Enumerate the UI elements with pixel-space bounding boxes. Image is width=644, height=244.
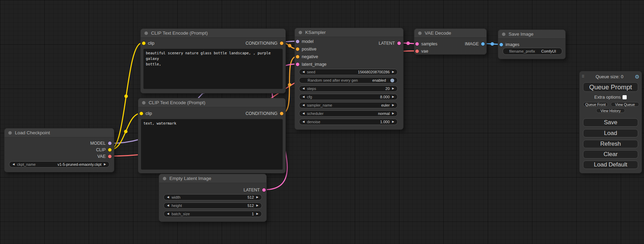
node-clip-text-encode-negative[interactable]: CLIP Text Encode (Prompt) clip CONDITION… xyxy=(138,98,286,173)
decrement-arrow-icon[interactable]: ◀ xyxy=(167,196,169,199)
decrement-arrow-icon[interactable]: ◀ xyxy=(302,112,305,115)
node-title-bar[interactable]: VAE Decode xyxy=(414,29,486,38)
model-input-dot[interactable] xyxy=(296,40,299,43)
decrement-arrow-icon[interactable]: ◀ xyxy=(302,120,305,123)
refresh-button[interactable]: Refresh xyxy=(583,140,638,148)
queue-front-button[interactable]: Queue Front xyxy=(583,102,608,107)
vae-input-dot[interactable] xyxy=(415,49,419,53)
clear-button[interactable]: Clear xyxy=(583,150,638,159)
node-title: VAE Decode xyxy=(425,30,451,36)
node-title-bar[interactable]: Save Image xyxy=(498,30,565,39)
load-button[interactable]: Load xyxy=(583,129,638,137)
decrement-arrow-icon[interactable]: ◀ xyxy=(302,71,305,73)
cfg-widget[interactable]: ◀ cfg 8.000 ▶ xyxy=(299,94,398,100)
node-clip-text-encode-positive[interactable]: CLIP Text Encode (Prompt) clip CONDITION… xyxy=(140,28,286,93)
increment-arrow-icon[interactable]: ▶ xyxy=(392,71,394,73)
gear-icon[interactable]: ⚙ xyxy=(635,74,639,79)
increment-arrow-icon[interactable]: ▶ xyxy=(256,196,258,199)
input-label-positive: positive xyxy=(302,47,316,52)
latent-image-input-dot[interactable] xyxy=(296,63,299,66)
widget-value: normal xyxy=(378,111,390,116)
node-ksampler[interactable]: KSampler model positive negative latent_… xyxy=(294,28,404,130)
view-history-button[interactable]: View History xyxy=(596,108,625,113)
image-output-dot[interactable] xyxy=(481,42,485,46)
node-title-bar[interactable]: CLIP Text Encode (Prompt) xyxy=(141,29,285,38)
node-title-bar[interactable]: CLIP Text Encode (Prompt) xyxy=(138,98,285,107)
node-canvas[interactable]: Load Checkpoint MODEL CLIP VAE ◀ ckpt_na… xyxy=(0,0,644,244)
collapse-dot-icon[interactable] xyxy=(142,101,145,105)
decrement-arrow-icon[interactable]: ◀ xyxy=(167,204,169,207)
collapse-dot-icon[interactable] xyxy=(144,31,148,35)
node-empty-latent-image[interactable]: Empty Latent Image LATENT ◀ width 512 ▶ … xyxy=(159,174,267,222)
widget-label: batch_size xyxy=(171,212,190,216)
widget-value: 512 xyxy=(247,204,254,208)
increment-arrow-icon[interactable]: ▶ xyxy=(256,204,258,207)
node-save-image[interactable]: Save Image images filename_prefix ComfyU… xyxy=(498,29,566,59)
images-input-dot[interactable] xyxy=(500,43,503,46)
negative-prompt-textarea[interactable]: text, watermark xyxy=(141,119,283,170)
output-label-latent: LATENT xyxy=(244,188,260,192)
increment-arrow-icon[interactable]: ▶ xyxy=(392,112,394,115)
increment-arrow-icon[interactable]: ▶ xyxy=(392,96,394,98)
link-dot-cond-positive xyxy=(288,44,291,47)
node-load-checkpoint[interactable]: Load Checkpoint MODEL CLIP VAE ◀ ckpt_na… xyxy=(4,128,114,172)
view-queue-button[interactable]: View Queue xyxy=(611,102,639,107)
model-output-dot[interactable] xyxy=(108,142,112,145)
positive-prompt-textarea[interactable]: beautiful scenery nature glass bottle la… xyxy=(143,49,283,89)
collapse-dot-icon[interactable] xyxy=(299,31,302,34)
denoise-widget[interactable]: ◀ denoise 1.000 ▶ xyxy=(299,119,398,125)
node-vae-decode[interactable]: VAE Decode samples vae IMAGE xyxy=(414,28,487,55)
collapse-dot-icon[interactable] xyxy=(418,31,422,35)
scheduler-widget[interactable]: ◀ scheduler normal ▶ xyxy=(299,110,398,117)
samples-input-dot[interactable] xyxy=(415,42,419,46)
decrement-arrow-icon[interactable]: ◀ xyxy=(302,96,305,98)
load-default-button[interactable]: Load Default xyxy=(583,161,638,169)
increment-arrow-icon[interactable]: ▶ xyxy=(392,87,394,90)
conditioning-output-dot[interactable] xyxy=(280,42,283,45)
seed-widget[interactable]: ◀ seed 156680208700286 ▶ xyxy=(299,69,398,75)
increment-arrow-icon[interactable]: ▶ xyxy=(392,120,394,123)
vae-output-dot[interactable] xyxy=(108,155,112,158)
ckpt-name-widget[interactable]: ◀ ckpt_name v1-5-pruned-emaonly.ckpt ▶ xyxy=(9,161,109,168)
widget-value: 1 xyxy=(252,212,254,216)
height-widget[interactable]: ◀ height 512 ▶ xyxy=(164,202,262,209)
increment-arrow-icon[interactable]: ▶ xyxy=(104,163,106,166)
queue-prompt-button[interactable]: Queue Prompt xyxy=(583,82,638,92)
sampler-name-widget[interactable]: ◀ sampler_name euler ▶ xyxy=(299,102,398,108)
queue-size-label: Queue size: 0 xyxy=(584,74,635,79)
increment-arrow-icon[interactable]: ▶ xyxy=(256,213,258,215)
filename-prefix-widget[interactable]: filename_prefix ComfyUI xyxy=(503,48,562,55)
decrement-arrow-icon[interactable]: ◀ xyxy=(167,213,169,215)
save-button[interactable]: Save xyxy=(583,118,638,127)
width-widget[interactable]: ◀ width 512 ▶ xyxy=(164,194,262,200)
decrement-arrow-icon[interactable]: ◀ xyxy=(302,104,305,107)
clip-output-dot[interactable] xyxy=(108,148,112,152)
clip-input-dot[interactable] xyxy=(142,42,145,45)
collapse-dot-icon[interactable] xyxy=(502,33,505,36)
batch-size-widget[interactable]: ◀ batch_size 1 ▶ xyxy=(164,211,262,217)
node-title: Load Checkpoint xyxy=(15,130,50,135)
random-seed-toggle-widget[interactable]: Random seed after every gen enabled xyxy=(299,77,398,83)
output-label-conditioning: CONDITIONING xyxy=(246,111,277,116)
node-title-bar[interactable]: Empty Latent Image xyxy=(159,174,266,183)
decrement-arrow-icon[interactable]: ◀ xyxy=(12,163,15,166)
collapse-dot-icon[interactable] xyxy=(8,131,12,135)
increment-arrow-icon[interactable]: ▶ xyxy=(392,104,394,107)
collapse-dot-icon[interactable] xyxy=(163,177,166,180)
decrement-arrow-icon[interactable]: ◀ xyxy=(302,87,305,90)
clip-input-dot[interactable] xyxy=(140,112,143,115)
toggle-value: enabled xyxy=(372,78,386,82)
extra-options-checkbox[interactable] xyxy=(623,95,627,99)
latent-output-dot[interactable] xyxy=(262,188,266,192)
node-title: Empty Latent Image xyxy=(169,176,211,181)
drag-handle-icon[interactable]: ⠿ xyxy=(582,74,584,79)
widget-value: ComfyUI xyxy=(541,49,556,53)
latent-output-dot[interactable] xyxy=(397,42,401,45)
node-title-bar[interactable]: Load Checkpoint xyxy=(5,128,114,137)
steps-widget[interactable]: ◀ steps 20 ▶ xyxy=(299,85,398,92)
toggle-dot-icon[interactable] xyxy=(390,79,394,82)
positive-input-dot[interactable] xyxy=(296,47,299,51)
node-title-bar[interactable]: KSampler xyxy=(295,28,403,37)
conditioning-output-dot[interactable] xyxy=(280,112,283,115)
negative-input-dot[interactable] xyxy=(296,55,299,58)
